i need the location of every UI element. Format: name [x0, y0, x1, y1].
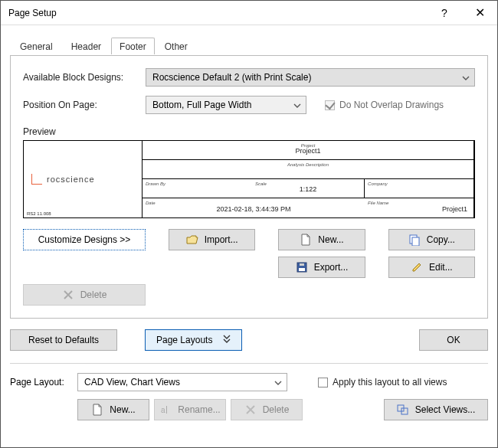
logo-mark-icon — [31, 174, 42, 185]
copy-button[interactable]: Copy... — [388, 229, 475, 250]
do-not-overlap-checkbox — [325, 100, 335, 110]
preview-frame: rocscience RS2 11.008 Project Project1 A… — [23, 140, 475, 218]
double-chevron-down-icon — [223, 335, 231, 346]
do-not-overlap-option: Do Not Overlap Drawings — [325, 100, 444, 110]
preview-filename-cell: File NameProject1 — [365, 198, 474, 217]
edit-button[interactable]: Edit... — [388, 257, 475, 278]
new-file-icon — [91, 404, 103, 416]
new-file-icon — [300, 234, 312, 246]
reset-defaults-button[interactable]: Reset to Defaults — [10, 329, 117, 351]
preview-version: RS2 11.008 — [27, 211, 51, 216]
position-value: Bottom, Full Page Width — [152, 100, 251, 110]
page-layouts-toggle[interactable]: Page Layouts — [145, 329, 242, 351]
preview-label: Preview — [23, 126, 475, 137]
new-button[interactable]: New... — [278, 229, 365, 250]
customize-designs-button[interactable]: Customize Designs >> — [23, 229, 146, 250]
select-views-button[interactable]: Select Views... — [384, 399, 488, 420]
tab-other[interactable]: Other — [156, 38, 196, 54]
footer-panel: Available Block Designs: Rocscience Defa… — [10, 56, 488, 319]
delete-icon — [62, 289, 74, 301]
do-not-overlap-label: Do Not Overlap Drawings — [339, 100, 444, 110]
rocscience-logo: rocscience — [31, 174, 95, 185]
position-label: Position On Page: — [23, 100, 146, 110]
delete-icon — [244, 404, 257, 416]
window-title: Page Setup — [8, 8, 427, 18]
export-button[interactable]: Export... — [278, 257, 365, 278]
select-views-icon — [397, 404, 409, 416]
layout-delete-button: Delete — [231, 399, 303, 420]
help-button[interactable]: ? — [427, 1, 462, 25]
tab-footer[interactable]: Footer — [111, 38, 155, 54]
preview-logo-cell: rocscience RS2 11.008 — [24, 141, 143, 217]
page-layout-select[interactable]: CAD View, Chart Views — [77, 373, 287, 391]
preview-project-cell: Project Project1 — [143, 141, 474, 160]
preview-table: Project Project1 Analysis Description Dr… — [143, 141, 474, 217]
separator — [10, 363, 488, 364]
preview-scale-cell: Scale1:122 — [252, 179, 365, 198]
folder-open-icon — [186, 234, 198, 246]
chevron-down-icon — [274, 377, 282, 388]
page-layout-value: CAD View, Chart Views — [84, 377, 180, 388]
chevron-down-icon — [293, 100, 301, 110]
available-designs-label: Available Block Designs: — [23, 72, 146, 83]
svg-rect-1 — [412, 237, 419, 246]
apply-all-option[interactable]: Apply this layout to all views — [318, 377, 447, 388]
chevron-down-icon — [462, 72, 470, 83]
preview-drawnby-cell: Drawn By — [143, 179, 252, 198]
rename-icon: a — [159, 404, 172, 416]
title-bar: Page Setup ? ✕ — [1, 1, 497, 25]
preview-date-cell: Date2021-02-18, 3:44:39 PM — [143, 198, 365, 217]
svg-rect-6 — [166, 406, 167, 414]
save-icon — [296, 261, 308, 273]
layout-new-button[interactable]: New... — [77, 399, 149, 420]
tab-general[interactable]: General — [11, 38, 61, 54]
preview-company-cell: Company — [365, 179, 474, 198]
page-layout-label: Page Layout: — [10, 377, 77, 388]
svg-rect-3 — [299, 268, 305, 271]
apply-all-checkbox[interactable] — [318, 378, 328, 388]
apply-all-label: Apply this layout to all views — [333, 377, 447, 388]
ok-button[interactable]: OK — [419, 329, 488, 351]
copy-icon — [408, 234, 421, 246]
preview-analysis-cell: Analysis Description — [143, 160, 474, 179]
import-button[interactable]: Import... — [169, 229, 255, 250]
svg-text:a: a — [161, 406, 165, 414]
delete-button: Delete — [23, 284, 146, 306]
pencil-icon — [411, 261, 423, 273]
layout-rename-button: a Rename... — [154, 399, 226, 420]
available-designs-select[interactable]: Rocscience Default 2 (with Print Scale) — [146, 68, 475, 87]
close-button[interactable]: ✕ — [462, 1, 497, 25]
tab-header[interactable]: Header — [63, 38, 110, 54]
position-select[interactable]: Bottom, Full Page Width — [146, 96, 306, 114]
tab-strip: General Header Footer Other — [10, 38, 488, 56]
available-designs-value: Rocscience Default 2 (with Print Scale) — [152, 72, 311, 83]
svg-rect-4 — [300, 263, 304, 266]
